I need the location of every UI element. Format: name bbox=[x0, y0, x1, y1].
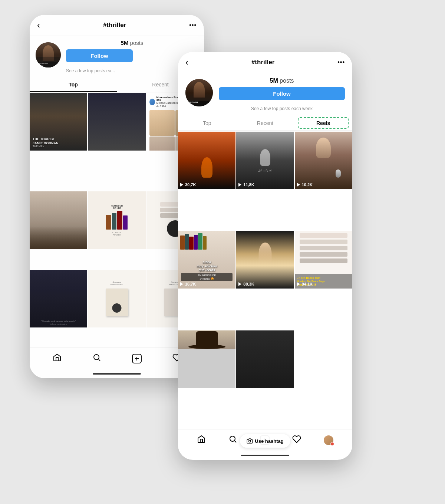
front-home-indicator bbox=[241, 455, 289, 456]
svg-point-2 bbox=[230, 436, 235, 441]
play-icon-5 bbox=[238, 282, 241, 286]
back-home-indicator bbox=[93, 373, 141, 375]
play-icon-4 bbox=[180, 282, 183, 286]
front-grid-item-3[interactable]: 10,2K bbox=[295, 132, 352, 189]
view-count-1: 30,7K bbox=[185, 182, 196, 187]
front-nav-home-icon[interactable] bbox=[197, 435, 206, 446]
back-button[interactable]: ‹ bbox=[37, 20, 40, 30]
front-follow-button[interactable]: Follow bbox=[219, 87, 345, 100]
front-tab-reels[interactable]: Reels bbox=[294, 116, 352, 131]
front-grid-item-dark2[interactable] bbox=[236, 330, 294, 388]
play-icon-1 bbox=[180, 183, 183, 187]
grid-item-5[interactable] bbox=[30, 191, 87, 249]
front-back-button[interactable]: ‹ bbox=[185, 57, 188, 67]
front-grid: 30,7K لقد ركت أمل 11,8K bbox=[178, 132, 352, 429]
grid-item-whitebook2[interactable]: SusannaMartin Glann bbox=[88, 270, 145, 327]
front-posts-label: posts bbox=[278, 78, 294, 84]
view-count-4: 16,7K bbox=[185, 282, 196, 286]
camera-icon bbox=[247, 438, 253, 444]
front-grid-item-5[interactable]: 88,3K bbox=[236, 231, 294, 289]
back-tab-top[interactable]: Top bbox=[30, 77, 117, 92]
front-grid-item-2[interactable]: لقد ركت أمل 11,8K bbox=[236, 132, 294, 189]
back-posts-label: posts bbox=[128, 40, 143, 46]
nav-add-button[interactable] bbox=[132, 354, 142, 363]
front-header: ‹ #thriller ••• bbox=[178, 52, 352, 73]
back-avatar: JAMIE DORNA THE MAN bbox=[36, 42, 61, 67]
front-grid-item-6[interactable]: ✨ Ten Books ThatHooked Me From PageONE..… bbox=[295, 231, 352, 289]
front-grid-item-1[interactable]: 30,7K bbox=[178, 132, 235, 189]
nav-home-icon[interactable] bbox=[53, 353, 62, 364]
front-posts-count: 5M bbox=[270, 78, 278, 84]
front-nav-profile[interactable] bbox=[324, 435, 333, 445]
front-see-top: See a few top posts each week bbox=[251, 106, 313, 111]
front-tabs: Top Recent Reels bbox=[178, 116, 352, 131]
use-hashtag-button[interactable]: Use hashtag bbox=[240, 434, 290, 448]
front-header-title: #thriller bbox=[251, 59, 274, 66]
view-count-3: 10,2K bbox=[302, 182, 313, 187]
front-header-dots[interactable]: ••• bbox=[337, 59, 345, 66]
play-icon-6 bbox=[297, 282, 300, 286]
front-phone: ‹ #thriller ••• JAMIE DORNA THE MAN bbox=[178, 52, 352, 460]
front-tab-top[interactable]: Top bbox=[178, 116, 236, 131]
grid-item-darkman[interactable]: "Quando você desejar estar morto" é al q… bbox=[30, 270, 87, 327]
back-header: ‹ #thriller ••• bbox=[30, 15, 204, 36]
front-avatar: JAMIE DORNA THE MAN bbox=[185, 79, 213, 106]
view-count-6: 94,1K bbox=[302, 282, 313, 286]
grid-item-2[interactable] bbox=[88, 93, 145, 151]
back-posts-count: 5M bbox=[121, 40, 129, 46]
front-tab-recent[interactable]: Recent bbox=[236, 116, 294, 131]
svg-point-1 bbox=[249, 440, 251, 442]
back-header-dots[interactable]: ••• bbox=[189, 22, 197, 29]
front-grid-item-hat[interactable] bbox=[178, 330, 235, 388]
grid-item-books1[interactable]: REMINDEROF HIM COLLEENHOOVER bbox=[88, 191, 145, 249]
back-follow-button[interactable]: Follow bbox=[66, 49, 133, 62]
view-count-5: 88,3K bbox=[243, 282, 254, 286]
front-nav-heart-icon[interactable] bbox=[292, 435, 301, 446]
back-header-title: #thriller bbox=[103, 22, 126, 29]
nav-search-icon[interactable] bbox=[92, 353, 101, 364]
grid-item-1[interactable]: THE TOURIST JAMIE DORNAN THE MAN bbox=[30, 93, 87, 151]
play-icon-3 bbox=[297, 183, 300, 187]
view-count-2: 11,8K bbox=[243, 182, 254, 187]
svg-point-0 bbox=[94, 355, 99, 360]
front-grid-item-4[interactable]: Libromuy adictivoque leerás EN MENOS DE2… bbox=[178, 231, 235, 289]
front-nav-search-icon[interactable] bbox=[228, 435, 237, 446]
play-icon-2 bbox=[238, 183, 241, 187]
